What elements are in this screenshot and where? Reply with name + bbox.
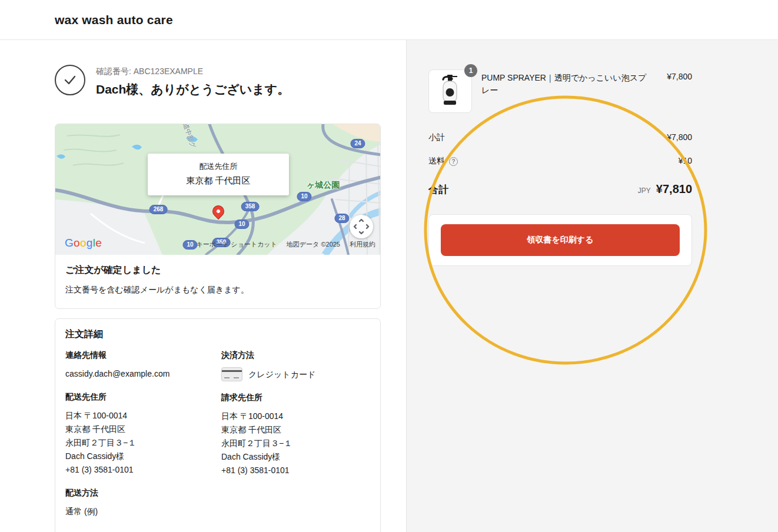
order-confirmed-subtitle: 注文番号を含む確認メールがまもなく届きます。: [65, 285, 370, 295]
billing-address: 日本 〒100-0014 東京都 千代田区 永田町２丁目３−１ Dach Cas…: [221, 410, 370, 477]
google-logo[interactable]: Google: [65, 237, 102, 250]
road-shield: 24: [350, 139, 365, 148]
checkmark-circle-icon: [55, 65, 85, 95]
map-address-popup: 配送先住所 東京都 千代田区: [148, 154, 289, 195]
order-summary-panel: 1 PUMP SPRAYER｜透明でかっこいい泡スプレー ¥7,800 小計 ¥…: [406, 40, 778, 532]
shipping-address-label: 配送先住所: [65, 392, 221, 403]
total-row: 合計 JPY ¥7,810: [428, 182, 692, 197]
shipping-method-label: 配送方法: [65, 488, 221, 498]
shipping-row: 送料 ? ¥10: [428, 156, 692, 167]
total-value: ¥7,810: [656, 182, 692, 196]
line-item: 1 PUMP SPRAYER｜透明でかっこいい泡スプレー ¥7,800: [428, 69, 692, 113]
order-confirmation-column: 確認番号: ABC123EXAMPLE Dach様、ありがとうございます。: [0, 40, 406, 532]
confirmation-header: 確認番号: ABC123EXAMPLE Dach様、ありがとうございます。: [55, 65, 381, 98]
order-details-left-column: 連絡先情報 cassidy.dach@example.com 配送先住所 日本 …: [65, 350, 221, 530]
product-price: ¥7,800: [667, 69, 692, 81]
map-keyboard-shortcuts-link[interactable]: キーボード ショートカット: [196, 240, 277, 249]
print-receipt-card: 領収書を印刷する: [428, 214, 692, 266]
print-receipt-button[interactable]: 領収書を印刷する: [441, 224, 680, 256]
confirmation-number: 確認番号: ABC123EXAMPLE: [96, 66, 290, 77]
subtotal-label: 小計: [428, 132, 445, 143]
road-shield: 10: [182, 240, 197, 250]
road-shield: 28: [334, 214, 349, 223]
map-address-value: 東京都 千代田区: [148, 175, 289, 187]
road-shield: 358: [241, 202, 260, 211]
map-data-attribution: 地図データ ©2025: [287, 240, 340, 249]
total-label: 合計: [428, 183, 448, 197]
shipping-value: ¥10: [679, 156, 692, 167]
order-details-card: 注文詳細 連絡先情報 cassidy.dach@example.com 配送先住…: [55, 318, 381, 532]
payment-method-label: 決済方法: [221, 350, 370, 361]
pump-sprayer-image: [438, 74, 462, 108]
map-canvas[interactable]: 268 358 10 10 24 28 10 359 ヶ城公園 道中部グ 配送先…: [55, 124, 380, 255]
product-name: PUMP SPRAYER｜透明でかっこいい泡スプレー: [481, 69, 651, 97]
shipping-address: 日本 〒100-0014 東京都 千代田区 永田町２丁目３−１ Dach Cas…: [65, 409, 221, 477]
shipping-method: 通常 (例): [65, 505, 221, 518]
order-confirmed-title: ご注文が確定しました: [65, 264, 370, 277]
map-terms-link[interactable]: 利用規約: [350, 240, 375, 249]
shipping-label: 送料: [428, 156, 445, 167]
map-pan-control[interactable]: [350, 215, 373, 238]
order-details-right-column: 決済方法 クレジットカード 請求先住所 日本 〒100-0014 東京都 千代田…: [221, 350, 370, 530]
road-shield: 268: [149, 205, 168, 214]
contact-email: cassidy.dach@example.com: [65, 367, 221, 381]
billing-address-label: 請求先住所: [221, 393, 370, 403]
park-label: ヶ城公園: [307, 180, 340, 191]
pan-arrows-icon: [353, 218, 370, 235]
thank-you-heading: Dach様、ありがとうございます。: [96, 81, 290, 98]
map-address-title: 配送先住所: [148, 161, 289, 172]
quantity-badge: 1: [464, 64, 477, 77]
credit-card-icon: [221, 367, 242, 381]
currency-code: JPY: [638, 187, 651, 195]
subtotal-value: ¥7,800: [667, 132, 692, 143]
road-shield: 10: [234, 220, 249, 229]
order-details-title: 注文詳細: [65, 328, 370, 341]
store-name[interactable]: wax wash auto care: [55, 13, 173, 27]
payment-method: クレジットカード: [248, 368, 315, 381]
shipping-help-icon[interactable]: ?: [449, 157, 458, 166]
page-header: wax wash auto care: [0, 0, 778, 40]
road-shield: 10: [297, 192, 311, 201]
contact-info-label: 連絡先情報: [65, 350, 221, 361]
product-thumbnail: [428, 69, 472, 113]
order-status-card: 268 358 10 10 24 28 10 359 ヶ城公園 道中部グ 配送先…: [55, 124, 381, 309]
subtotal-row: 小計 ¥7,800: [428, 132, 692, 143]
